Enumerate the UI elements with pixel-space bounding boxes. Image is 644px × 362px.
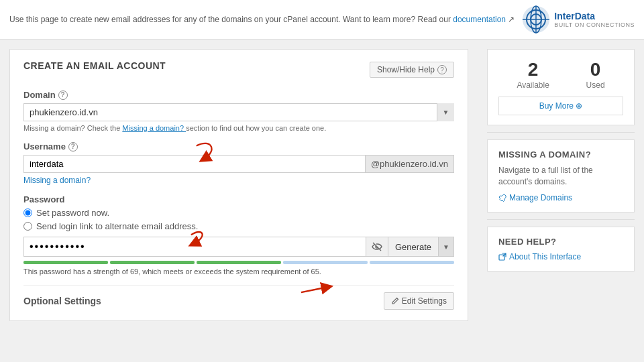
description-text: Use this page to create new email addres… (9, 15, 451, 24)
show-hide-help-button[interactable]: Show/Hide Help ? (370, 62, 454, 78)
external-link-icon (498, 253, 506, 261)
domain-label-text: Domain (23, 90, 56, 100)
left-panel-wrapper: CREATE AN EMAIL ACCOUNT Show/Hide Help ?… (9, 49, 478, 321)
need-help-title: NEED HELP? (498, 237, 623, 247)
password-row: Generate ▼ (23, 237, 454, 257)
domain-missing-link-text: Missing a domain? (122, 124, 184, 132)
radio-send-link-label: Send login link to alternate email addre… (36, 221, 198, 231)
strength-bars (23, 261, 454, 264)
manage-domains-label: Manage Domains (509, 193, 572, 202)
username-input[interactable] (23, 155, 366, 173)
available-stat: 2 Available (517, 59, 549, 90)
domain-group: Domain ? phukienzero.id.vn ▼ Missing a d… (23, 90, 454, 132)
strength-bar-5 (370, 261, 454, 264)
domain-select-wrapper: phukienzero.id.vn ▼ (23, 103, 454, 121)
missing-domain-card: MISSING A DOMAIN? Navigate to a full lis… (487, 139, 635, 213)
strength-text: This password has a strength of 69, whic… (23, 267, 454, 276)
generate-label: Generate (395, 242, 431, 252)
generate-button[interactable]: Generate (388, 237, 439, 257)
generate-dropdown-button[interactable]: ▼ (439, 237, 454, 257)
domain-help-icon[interactable]: ? (58, 90, 68, 100)
username-label-text: Username (23, 141, 66, 152)
about-interface-link[interactable]: About This Interface (498, 252, 623, 261)
missing-domain-title: MISSING A DOMAIN? (498, 149, 623, 160)
main-layout: CREATE AN EMAIL ACCOUNT Show/Hide Help ?… (0, 40, 644, 330)
available-label: Available (517, 80, 549, 90)
show-hide-help-label: Show/Hide Help (377, 65, 435, 74)
used-count: 0 (586, 59, 605, 80)
username-label: Username ? (23, 141, 454, 152)
stats-row: 2 Available 0 Used (498, 59, 623, 90)
missing-domain-link[interactable]: Missing a domain? (23, 176, 91, 185)
strength-bar-3 (197, 261, 281, 264)
buy-more-button[interactable]: Buy More ⊕ (498, 97, 623, 115)
documentation-link[interactable]: documentation (453, 15, 506, 24)
top-description: Use this page to create new email addres… (9, 15, 522, 24)
logo-icon (522, 5, 550, 34)
help-circle-icon: ? (437, 65, 447, 74)
username-group: Username ? @phukienzero.id.vn Missing a … (23, 141, 454, 185)
logo-name: InterData (554, 11, 635, 22)
stats-card: 2 Available 0 Used Buy More ⊕ (487, 49, 635, 125)
optional-settings-label: Optional Settings (23, 296, 101, 306)
used-label: Used (586, 80, 605, 90)
edit-settings-label: Edit Settings (402, 296, 447, 306)
password-group: Password Set password now. Send login li… (23, 194, 454, 276)
manage-domains-link[interactable]: Manage Domains (498, 193, 623, 202)
panel-header: CREATE AN EMAIL ACCOUNT Show/Hide Help ? (23, 60, 454, 79)
username-suffix: @phukienzero.id.vn (366, 155, 454, 173)
eye-slash-icon (372, 241, 382, 252)
strength-bar-2 (110, 261, 195, 264)
domain-label: Domain ? (23, 90, 454, 100)
radio-group: Set password now. Send login link to alt… (23, 208, 454, 231)
optional-settings-row: Optional Settings Edit Settings (23, 285, 454, 310)
about-interface-label: About This Interface (509, 252, 581, 261)
missing-domain-text: Navigate to a full list of the account's… (498, 165, 623, 188)
wrench-icon (498, 194, 506, 202)
section-title: CREATE AN EMAIL ACCOUNT (23, 60, 166, 71)
left-panel: CREATE AN EMAIL ACCOUNT Show/Hide Help ?… (9, 49, 468, 321)
edit-settings-button[interactable]: Edit Settings (384, 292, 454, 310)
top-bar: Use this page to create new email addres… (0, 0, 644, 40)
password-label-text: Password (23, 194, 64, 204)
radio-set-now-label: Set password now. (36, 208, 109, 218)
strength-bar-1 (23, 261, 108, 264)
password-input[interactable] (23, 237, 366, 257)
logo-sub: BUILT ON CONNECTIONS (554, 21, 635, 28)
domain-missing-suffix: section to find out how you can create o… (186, 124, 326, 132)
available-count: 2 (517, 59, 549, 80)
domain-missing-link-inline[interactable]: Missing a domain? (122, 124, 186, 132)
password-label: Password (23, 194, 454, 204)
radio-send-link: Send login link to alternate email addre… (23, 221, 454, 231)
missing-domain-link-text: Missing a domain? (23, 176, 91, 185)
strength-bar-4 (283, 261, 368, 264)
logo-text-area: InterData BUILT ON CONNECTIONS (554, 11, 635, 29)
domain-help-text: Missing a domain? Check the Missing a do… (23, 124, 454, 132)
need-help-card: NEED HELP? About This Interface (487, 227, 635, 272)
used-stat: 0 Used (586, 59, 605, 90)
divider-1 (487, 132, 635, 133)
circle-arrow-icon: ⊕ (576, 101, 582, 111)
domain-missing-prefix: Missing a domain? Check the (23, 124, 120, 132)
right-panel: 2 Available 0 Used Buy More ⊕ MISSING A … (487, 49, 635, 321)
divider-2 (487, 219, 635, 220)
username-help-icon[interactable]: ? (68, 142, 78, 152)
pencil-icon (391, 297, 399, 305)
username-row: @phukienzero.id.vn (23, 155, 454, 173)
radio-set-now-input[interactable] (23, 208, 32, 217)
domain-select[interactable]: phukienzero.id.vn (23, 103, 454, 121)
radio-send-link-input[interactable] (23, 222, 32, 231)
logo-area: InterData BUILT ON CONNECTIONS (522, 5, 635, 34)
password-toggle-button[interactable] (366, 237, 388, 257)
radio-set-now: Set password now. (23, 208, 454, 218)
buy-more-label: Buy More (539, 101, 574, 111)
